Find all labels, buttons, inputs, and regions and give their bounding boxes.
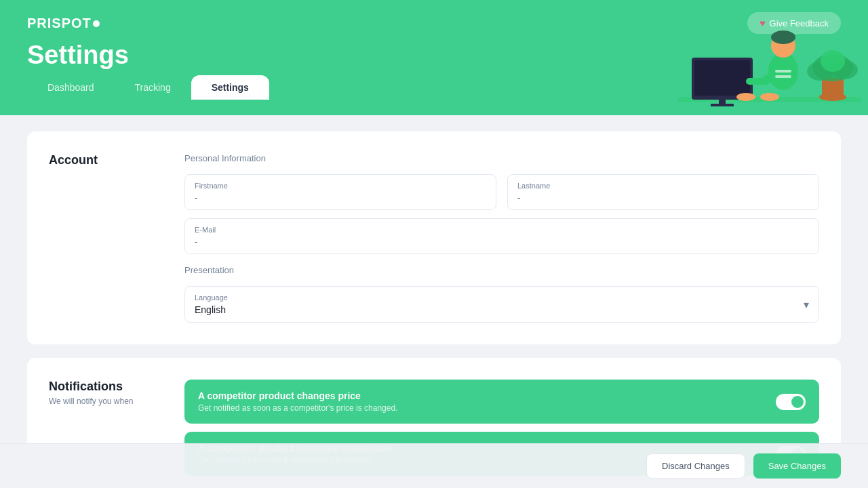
lastname-field[interactable]: Lastname -	[507, 174, 819, 210]
language-value: English	[195, 304, 228, 315]
language-select[interactable]: Language English ▾	[184, 286, 819, 323]
email-field[interactable]: E-Mail -	[184, 218, 819, 254]
language-label: Language	[195, 293, 228, 302]
email-label: E-Mail	[195, 226, 809, 234]
tab-tracking[interactable]: Tracking	[115, 75, 191, 100]
svg-rect-2	[694, 60, 750, 96]
email-row: E-Mail -	[184, 218, 819, 254]
svg-rect-13	[775, 75, 791, 78]
presentation-title: Presentation	[184, 265, 819, 275]
tab-tracking-label: Tracking	[135, 82, 171, 93]
notif-1-title: A competitor product changes price	[198, 390, 397, 401]
notifications-sublabel: We will notify you when	[49, 396, 157, 406]
save-changes-button[interactable]: Save Changes	[753, 453, 841, 479]
footer-actions: Discard Changes Save Changes	[0, 443, 868, 488]
firstname-label: Firstname	[195, 182, 486, 190]
notif-1-toggle[interactable]	[776, 394, 806, 410]
account-label: Account	[49, 153, 157, 167]
main-content: Account Personal Information Firstname -…	[0, 115, 868, 488]
header-illustration	[665, 3, 868, 115]
notification-price-change: A competitor product changes price Get n…	[184, 380, 819, 424]
svg-rect-9	[746, 78, 770, 85]
firstname-field[interactable]: Firstname -	[184, 174, 496, 210]
email-value: -	[195, 237, 809, 247]
svg-rect-4	[711, 104, 734, 106]
notifications-label: Notifications	[49, 380, 157, 394]
lastname-label: Lastname	[517, 182, 809, 190]
svg-rect-12	[775, 70, 791, 73]
name-row: Firstname - Lastname -	[184, 174, 819, 210]
tab-dashboard[interactable]: Dashboard	[27, 75, 115, 100]
svg-point-11	[760, 93, 779, 101]
chevron-down-icon: ▾	[804, 298, 809, 311]
svg-point-19	[821, 50, 845, 72]
discard-changes-button[interactable]: Discard Changes	[646, 453, 745, 479]
firstname-value: -	[195, 192, 486, 203]
notif-1-desc: Get notified as soon as a competitor's p…	[198, 403, 397, 413]
lastname-value: -	[517, 192, 809, 203]
svg-point-10	[736, 93, 755, 101]
logo: PRISPOT	[27, 16, 100, 31]
personal-info-title: Personal Information	[184, 153, 819, 163]
account-section: Account Personal Information Firstname -…	[27, 131, 841, 344]
svg-point-7	[771, 30, 795, 44]
tab-settings-label: Settings	[212, 82, 249, 93]
header: PRISPOT ♥ Give Feedback Settings Dashboa…	[0, 0, 868, 115]
tab-dashboard-label: Dashboard	[47, 82, 94, 93]
account-content: Personal Information Firstname - Lastnam…	[184, 153, 819, 323]
tab-settings[interactable]: Settings	[191, 75, 269, 100]
